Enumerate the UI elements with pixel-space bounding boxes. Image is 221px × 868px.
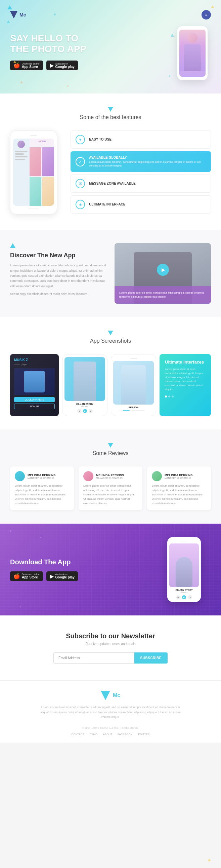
ss-dark-image <box>14 368 55 395</box>
reviewer-info-1: MELINDA PERKINS MANAGER @ CRATE.IO <box>28 473 56 479</box>
ss-dot-1 <box>165 396 167 398</box>
phone-mockup-screen: VICON ············ <box>13 138 54 206</box>
ss-ctrl-next[interactable]: ■ <box>89 409 93 413</box>
dl-android-icon: ▶ <box>50 573 54 580</box>
footer-logo-text: Mc <box>113 692 120 699</box>
newsletter-subtitle: Receive updates, news and deals <box>10 642 211 646</box>
newsletter-section: Subscribe to our Newsletter Receive upda… <box>0 615 221 680</box>
phone-app-name: VICON <box>31 140 53 143</box>
reviewer-avatar-2 <box>83 471 94 481</box>
feature-icon-heart: ♥ <box>76 135 85 144</box>
phone-grid-item-1 <box>30 147 42 176</box>
features-row: VICON ············ <box>10 130 211 216</box>
reviews-header: Some Reviews <box>10 443 211 456</box>
footer-link-twitter[interactable]: TWITTER <box>138 733 150 736</box>
footer-link-facebook[interactable]: FACEBOOK <box>117 733 132 736</box>
review-text-1: Lorem ipsum dolor sit amet, consectetur … <box>15 484 69 505</box>
review-card-2: MELINDA PERKINS MANAGER @ CRATE.IO Lorem… <box>79 466 142 510</box>
phone-text-line1 <box>15 151 28 152</box>
dl-ctrl-next[interactable]: ■ <box>188 595 192 599</box>
app-store-text: Download on the App Store <box>22 63 40 69</box>
ss-dark-title: MUSIK Z <box>14 358 55 362</box>
hero-content: SAY HELLO TO THE PHOTO APP 🍎 Download on… <box>10 30 211 80</box>
play-icon: ▶ <box>161 267 165 273</box>
discover-overlay-text: Lorem ipsum dolor sit amet, consectetur … <box>119 291 206 299</box>
dl-app-store-label: App Store <box>22 576 40 579</box>
phone-grid-item-2 <box>42 147 54 176</box>
phone-grid-item-4 <box>42 177 54 206</box>
footer-link-contact[interactable]: CONTACT <box>71 733 84 736</box>
discover-deco-triangle <box>7 5 12 9</box>
screenshots-header: App Screenshots <box>10 331 211 344</box>
dl-person-image <box>169 544 199 587</box>
reviewer-avatar-3 <box>152 471 162 481</box>
ss-light-img-inner <box>65 357 105 401</box>
app-store-button[interactable]: 🍎 Download on the App Store <box>10 61 43 70</box>
phone-right-col: VICON ············ <box>30 138 54 206</box>
features-section-title: Some of the best features <box>10 114 211 120</box>
screenshots-section: App Screenshots MUSIK Z music player CLI… <box>0 317 221 430</box>
ss-dark-btn1[interactable]: CLICK APP HERE <box>14 397 55 402</box>
reviewer-name-2: MELINDA PERKINS <box>96 473 124 477</box>
google-play-button[interactable]: ▶ Available on Google play <box>46 61 78 70</box>
dl-google-small: Available on <box>56 573 75 576</box>
dl-google-play-text: Available on Google play <box>56 573 75 579</box>
footer: Mc Lorem ipsum dolor sit amet, consectet… <box>0 680 221 742</box>
reviewer-name-3: MELINDA PERKINS <box>164 473 192 477</box>
ss-ctrl-play[interactable]: ▶ <box>83 409 87 413</box>
footer-logo: Mc <box>10 691 211 700</box>
phone-home-indicator <box>29 208 39 209</box>
newsletter-subscribe-button[interactable]: SUBSCRIBE <box>134 652 168 663</box>
hero-text-block: SAY HELLO TO THE PHOTO APP 🍎 Download on… <box>10 30 171 70</box>
review-card-3: MELINDA PERKINS MANAGER @ CRATE.IO Lorem… <box>147 466 211 510</box>
dl-ctrl-prev[interactable]: ◀ <box>176 595 180 599</box>
ss-light-image <box>65 357 105 401</box>
person-body <box>184 44 201 71</box>
ss-light-controls: ◀ ▶ ■ <box>65 409 105 413</box>
features-arrow-icon <box>10 107 211 112</box>
phone-grid-row2 <box>30 177 54 206</box>
discover-section: Discover The New App Lorem ipsum dolor s… <box>0 230 221 317</box>
discover-overlay: Lorem ipsum dolor sit amet, consectetur … <box>114 286 211 304</box>
newsletter-title: Subscribe to our Newsletter <box>10 632 211 640</box>
phone-text-line2 <box>15 153 24 155</box>
menu-icon: ≡ <box>205 12 207 17</box>
app-store-small: Download on the <box>22 63 40 65</box>
phone-inner: VICON ············ <box>13 138 54 206</box>
ss-light-figure <box>74 362 96 401</box>
feature-item-easy: ♥ EASY TO USE <box>71 130 211 149</box>
nav-menu-button[interactable]: ≡ <box>201 10 211 20</box>
footer-link-demo[interactable]: DEMO <box>89 733 98 736</box>
ss-ctrl-prev[interactable]: ◀ <box>77 409 81 413</box>
dl-app-store-small: Download on the <box>22 573 40 576</box>
reviews-deco <box>211 5 214 8</box>
reviewer-info-3: MELINDA PERKINS MANAGER @ CRATE.IO <box>164 473 192 479</box>
ss-progress-track <box>131 410 144 411</box>
phone-text-line3 <box>15 156 28 157</box>
android-icon: ▶ <box>50 62 54 69</box>
hero-title: SAY HELLO TO THE PHOTO APP <box>10 33 171 55</box>
dl-ctrl-play[interactable]: ▶ <box>182 595 186 599</box>
dl-phone-screen <box>169 544 199 587</box>
ss-dark-subtitle: music player <box>14 363 55 366</box>
play-button[interactable]: ▶ <box>157 264 169 276</box>
hero-nav: Mc ≡ <box>10 10 211 20</box>
discover-image-box: ▶ Lorem ipsum dolor sit amet, consectetu… <box>114 243 211 304</box>
review-header-1: MELINDA PERKINS MANAGER @ CRATE.IO <box>15 471 69 481</box>
ss-light-role: Gammy <box>65 405 105 407</box>
phone-status-bar <box>13 134 54 137</box>
reviews-arrow-icon <box>10 443 211 447</box>
footer-link-about[interactable]: ABOUT <box>103 733 112 736</box>
download-app-store-button[interactable]: 🍎 Download on the App Store <box>10 571 43 581</box>
newsletter-email-input[interactable] <box>53 652 134 663</box>
reviewer-avatar-1 <box>15 471 25 481</box>
google-play-text: Available on Google play <box>56 63 75 69</box>
ss-dark-btn2[interactable]: SIGN UP <box>14 404 55 409</box>
ss-phone-img <box>113 361 154 405</box>
phone-notch <box>30 135 37 136</box>
feature-text-easy: EASY TO USE <box>89 137 111 142</box>
download-google-play-button[interactable]: ▶ Available on Google play <box>46 571 78 581</box>
dl-phone-speaker: ━━━━━ <box>169 540 199 542</box>
download-title: Download The App <box>10 558 159 566</box>
dl-google-label: Google play <box>56 576 75 579</box>
